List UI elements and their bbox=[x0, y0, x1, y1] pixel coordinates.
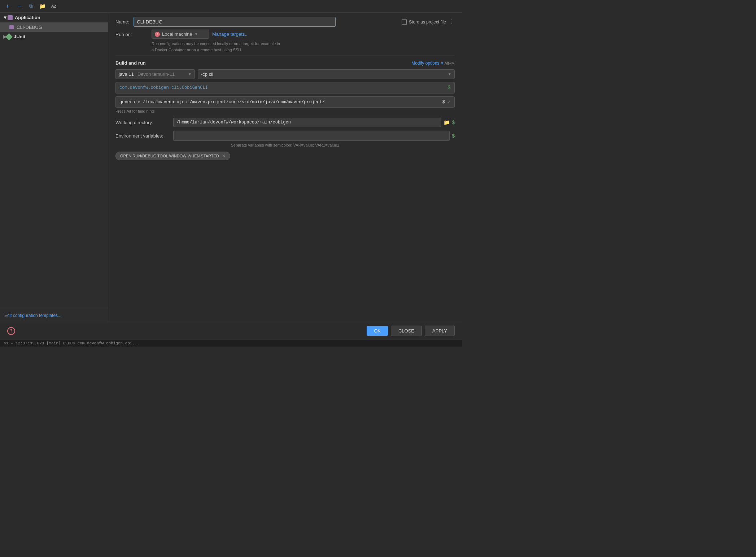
working-directory-row: Working directory: 📁 $ bbox=[115, 118, 455, 127]
remove-button[interactable]: − bbox=[15, 2, 23, 10]
run-on-arrow: ▼ bbox=[195, 32, 198, 36]
expand-icons: $ ⤢ bbox=[442, 99, 451, 105]
cp-select-arrow: ▼ bbox=[448, 72, 451, 76]
run-on-select[interactable]: ! Local machine ▼ bbox=[152, 30, 209, 39]
ok-button[interactable]: OK bbox=[367, 326, 388, 336]
run-target-icon: ! bbox=[155, 32, 160, 37]
sidebar: ▼ Application CLI-DEBUG ▶ JUnit Edit con… bbox=[0, 13, 108, 322]
store-label: Store as project file bbox=[409, 19, 446, 25]
run-on-label: Run on: bbox=[115, 30, 152, 37]
env-variables-hint: Separate variables with semicolon: VAR=v… bbox=[115, 143, 455, 147]
main-content: ▼ Application CLI-DEBUG ▶ JUnit Edit con… bbox=[0, 13, 462, 322]
main-class-text: com.devonfw.cobigen.cli.CobiGenCLI bbox=[119, 85, 208, 90]
chip-label: OPEN RUN/DEBUG TOOL WINDOW WHEN STARTED bbox=[120, 154, 219, 158]
run-on-select-row: ! Local machine ▼ Manage targets... bbox=[152, 30, 455, 39]
open-debug-chip[interactable]: OPEN RUN/DEBUG TOOL WINDOW WHEN STARTED … bbox=[115, 152, 230, 160]
right-panel: Name: Store as project file ⋮ Run on: bbox=[108, 13, 462, 322]
status-text: ss - 12:37:33.023 [main] DEBUG com.devon… bbox=[4, 341, 139, 345]
working-dir-dollar-icon[interactable]: $ bbox=[452, 119, 455, 125]
divider bbox=[115, 56, 455, 56]
sidebar-item-cli-debug[interactable]: CLI-DEBUG bbox=[0, 22, 108, 32]
header-right: Store as project file ⋮ bbox=[402, 18, 455, 25]
more-options-icon[interactable]: ⋮ bbox=[449, 18, 455, 25]
program-args-field: generate /localmavenproject/maven.projec… bbox=[115, 96, 455, 108]
close-button[interactable]: CLOSE bbox=[391, 326, 422, 336]
toolbar: + − ⧉ 📁 AZ bbox=[0, 0, 462, 13]
application-icon bbox=[8, 15, 13, 20]
store-checkbox-input[interactable] bbox=[402, 19, 407, 25]
java-sdk-select[interactable]: java 11 Devon temurin-11 ▼ bbox=[115, 69, 195, 79]
env-variables-row: Environment variables: $ bbox=[115, 131, 455, 141]
program-args-text: generate /localmavenproject/maven.projec… bbox=[119, 100, 442, 105]
folder-browse-icon[interactable]: 📁 bbox=[443, 119, 450, 125]
main-class-dollar-icon[interactable]: $ bbox=[448, 85, 451, 91]
cp-text: -cp cli bbox=[201, 71, 213, 77]
args-dollar-icon[interactable]: $ bbox=[442, 100, 445, 105]
sidebar-bottom: Edit configuration templates... bbox=[0, 309, 108, 322]
help-icon[interactable]: ? bbox=[7, 327, 15, 335]
modify-options-arrow: ▾ bbox=[441, 61, 443, 66]
store-checkbox-label[interactable]: Store as project file bbox=[402, 19, 446, 25]
manage-targets-link[interactable]: Manage targets... bbox=[212, 31, 249, 37]
sort-button[interactable]: AZ bbox=[50, 2, 58, 10]
chip-close-icon[interactable]: ✕ bbox=[222, 153, 226, 158]
form-section: Run on: ! Local machine ▼ Manage targets… bbox=[108, 30, 462, 166]
application-label: Application bbox=[15, 15, 40, 20]
cli-debug-icon bbox=[9, 24, 14, 30]
folder-button[interactable]: 📁 bbox=[38, 2, 46, 10]
apply-button[interactable]: APPLY bbox=[425, 326, 455, 336]
application-group-header[interactable]: ▼ Application bbox=[0, 13, 108, 22]
java-select-arrow: ▼ bbox=[188, 72, 192, 76]
cli-debug-label: CLI-DEBUG bbox=[17, 25, 42, 30]
env-variables-input[interactable] bbox=[173, 131, 450, 141]
junit-group-header[interactable]: ▶ JUnit bbox=[0, 32, 108, 42]
local-machine-label: Local machine bbox=[162, 31, 192, 37]
build-run-title: Build and run bbox=[115, 60, 146, 66]
run-on-row: Run on: ! Local machine ▼ Manage targets… bbox=[115, 30, 455, 53]
press-alt-hint: Press Alt for field hints bbox=[115, 109, 455, 113]
modify-options-button[interactable]: Modify options ▾ Alt+M bbox=[411, 61, 455, 66]
junit-label: JUnit bbox=[14, 34, 26, 39]
working-directory-input[interactable] bbox=[173, 118, 441, 127]
edit-config-link[interactable]: Edit configuration templates... bbox=[4, 313, 61, 318]
junit-icon bbox=[5, 33, 13, 40]
working-directory-label: Working directory: bbox=[115, 120, 173, 125]
expand-icon[interactable]: ⤢ bbox=[447, 99, 451, 105]
build-run-header: Build and run Modify options ▾ Alt+M bbox=[115, 60, 455, 66]
java-label: java 11 bbox=[119, 71, 134, 77]
env-variables-label: Environment variables: bbox=[115, 133, 173, 139]
application-arrow: ▼ bbox=[3, 15, 8, 20]
name-label: Name: bbox=[115, 19, 129, 25]
status-bar: ss - 12:37:33.023 [main] DEBUG com.devon… bbox=[0, 340, 462, 347]
run-on-hint: Run configurations may be executed local… bbox=[152, 41, 455, 53]
java-sdk-row: java 11 Devon temurin-11 ▼ -cp cli ▼ bbox=[115, 69, 455, 79]
copy-button[interactable]: ⧉ bbox=[27, 2, 35, 10]
run-on-content: ! Local machine ▼ Manage targets... Run … bbox=[152, 30, 455, 53]
working-directory-icons: 📁 $ bbox=[443, 119, 455, 125]
cp-select[interactable]: -cp cli ▼ bbox=[198, 69, 455, 79]
right-panel-header: Name: Store as project file ⋮ bbox=[108, 13, 462, 30]
env-dollar-icon[interactable]: $ bbox=[452, 133, 455, 139]
name-input[interactable] bbox=[134, 17, 336, 27]
main-class-field: com.devonfw.cobigen.cli.CobiGenCLI $ bbox=[115, 82, 455, 93]
chips-row: OPEN RUN/DEBUG TOOL WINDOW WHEN STARTED … bbox=[115, 152, 455, 160]
bottom-bar: ? OK CLOSE APPLY bbox=[0, 322, 462, 340]
add-button[interactable]: + bbox=[4, 2, 12, 10]
sdk-name: Devon temurin-11 bbox=[137, 71, 175, 77]
